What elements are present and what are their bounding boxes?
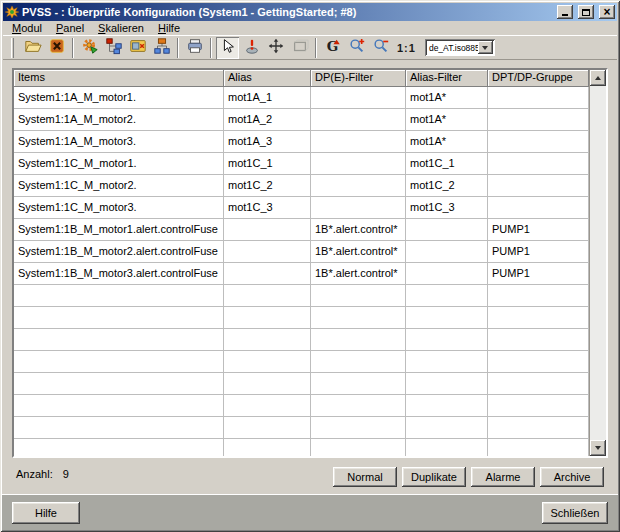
table-cell[interactable]: 1B*.alert.control*: [311, 241, 406, 263]
picture-module-button[interactable]: [126, 37, 149, 59]
table-cell[interactable]: [311, 87, 406, 109]
table-cell[interactable]: System1:1B_M_motor2.alert.controlFuse: [14, 241, 224, 263]
column-header-dpt-dp-gruppe[interactable]: DPT/DP-Gruppe: [488, 70, 589, 87]
table-row[interactable]: System1:1C_M_motor2.mot1C_2mot1C_2: [14, 175, 589, 197]
alarme-button[interactable]: Alarme: [471, 467, 535, 487]
table-cell[interactable]: mot1C_2: [224, 175, 311, 197]
column-header-items[interactable]: Items: [14, 70, 224, 87]
table-cell[interactable]: 1B*.alert.control*: [311, 219, 406, 241]
table-cell[interactable]: System1:1B_M_motor1.alert.controlFuse: [14, 219, 224, 241]
table-cell[interactable]: mot1A_3: [224, 131, 311, 153]
table-cell[interactable]: mot1A*: [406, 87, 488, 109]
table-cell: [488, 329, 589, 351]
rectangle-select-button[interactable]: [288, 37, 311, 59]
table-row[interactable]: System1:1A_M_motor2.mot1A_2mot1A*: [14, 109, 589, 131]
table-cell[interactable]: mot1A_1: [224, 87, 311, 109]
toolbar-separator: [177, 38, 179, 58]
table-cell[interactable]: [488, 153, 589, 175]
table-row[interactable]: System1:1B_M_motor3.alert.controlFuse1B*…: [14, 263, 589, 285]
table-cell[interactable]: System1:1C_M_motor3.: [14, 197, 224, 219]
table-cell[interactable]: [488, 175, 589, 197]
table-cell[interactable]: mot1A_2: [224, 109, 311, 131]
zoom-grid-button[interactable]: G: [321, 37, 344, 59]
table-cell[interactable]: [311, 131, 406, 153]
table-cell[interactable]: mot1C_3: [224, 197, 311, 219]
column-header-alias-filter[interactable]: Alias-Filter: [406, 70, 488, 87]
zoom-in-button[interactable]: [345, 37, 368, 59]
table-cell[interactable]: mot1C_1: [224, 153, 311, 175]
table-cell[interactable]: [311, 109, 406, 131]
table-cell: [14, 351, 224, 373]
menu-item-modul[interactable]: Modul: [6, 21, 48, 35]
toolbar-grip[interactable]: [11, 38, 14, 58]
table-vertical-scrollbar[interactable]: [589, 70, 606, 456]
menu-item-hilfe[interactable]: Hilfe: [152, 21, 186, 35]
close-module-button[interactable]: [45, 37, 68, 59]
combobox-dropdown-button[interactable]: [478, 41, 493, 54]
table-cell[interactable]: [311, 175, 406, 197]
table-cell[interactable]: PUMP1: [488, 263, 589, 285]
scrollbar-up-button[interactable]: [590, 70, 606, 86]
table-row[interactable]: System1:1C_M_motor1.mot1C_1mot1C_1: [14, 153, 589, 175]
language-combobox[interactable]: de_AT.iso88591: [425, 39, 495, 56]
close-panel-button[interactable]: Schließen: [542, 502, 608, 524]
table-cell[interactable]: [488, 131, 589, 153]
table-cell[interactable]: [406, 263, 488, 285]
table-cell[interactable]: [224, 241, 311, 263]
table-cell: [14, 417, 224, 439]
table-cell[interactable]: mot1C_2: [406, 175, 488, 197]
table-cell[interactable]: [311, 197, 406, 219]
archive-button[interactable]: Archive: [540, 467, 604, 487]
scrollbar-down-button[interactable]: [590, 440, 606, 456]
help-button[interactable]: Hilfe: [12, 502, 80, 524]
table-cell[interactable]: System1:1C_M_motor2.: [14, 175, 224, 197]
table-cell[interactable]: System1:1A_M_motor2.: [14, 109, 224, 131]
zoom-ratio-label: 1:1: [393, 42, 420, 54]
table-row[interactable]: System1:1A_M_motor1.mot1A_1mot1A*: [14, 87, 589, 109]
open-panel-button[interactable]: [21, 37, 44, 59]
vision-tree-button[interactable]: [102, 37, 125, 59]
move-tool-button[interactable]: [264, 37, 287, 59]
table-cell[interactable]: [224, 263, 311, 285]
normal-button[interactable]: Normal: [333, 467, 397, 487]
alert-tool-button[interactable]: [240, 37, 263, 59]
menu-item-panel[interactable]: Panel: [50, 21, 90, 35]
table-cell[interactable]: [488, 87, 589, 109]
table-cell[interactable]: System1:1A_M_motor1.: [14, 87, 224, 109]
minimize-button[interactable]: [557, 5, 573, 19]
table-cell[interactable]: [406, 241, 488, 263]
print-button[interactable]: [183, 37, 206, 59]
table-row[interactable]: System1:1B_M_motor1.alert.controlFuse1B*…: [14, 219, 589, 241]
table-cell[interactable]: PUMP1: [488, 219, 589, 241]
table-cell[interactable]: System1:1A_M_motor3.: [14, 131, 224, 153]
module-button[interactable]: [78, 37, 101, 59]
table-row[interactable]: System1:1A_M_motor3.mot1A_3mot1A*: [14, 131, 589, 153]
table-cell[interactable]: PUMP1: [488, 241, 589, 263]
scrollbar-track[interactable]: [590, 86, 606, 440]
table-cell[interactable]: [488, 109, 589, 131]
table-cell[interactable]: [406, 219, 488, 241]
table-cell[interactable]: System1:1B_M_motor3.alert.controlFuse: [14, 263, 224, 285]
maximize-button[interactable]: [578, 5, 594, 19]
select-tool-button[interactable]: [216, 37, 239, 59]
table-row[interactable]: System1:1B_M_motor2.alert.controlFuse1B*…: [14, 241, 589, 263]
table-cell[interactable]: [488, 197, 589, 219]
table-cell[interactable]: mot1A*: [406, 131, 488, 153]
close-button[interactable]: ×: [599, 5, 615, 19]
zoom-out-button[interactable]: [369, 37, 392, 59]
table-cell[interactable]: [224, 219, 311, 241]
table-cell[interactable]: mot1A*: [406, 109, 488, 131]
column-header-alias[interactable]: Alias: [224, 70, 311, 87]
table-row[interactable]: System1:1C_M_motor3.mot1C_3mot1C_3: [14, 197, 589, 219]
table-cell[interactable]: 1B*.alert.control*: [311, 263, 406, 285]
para-tree-button[interactable]: [150, 37, 173, 59]
menu-item-skalieren[interactable]: Skalieren: [92, 21, 150, 35]
duplikate-button[interactable]: Duplikate: [402, 467, 466, 487]
table-cell[interactable]: System1:1C_M_motor1.: [14, 153, 224, 175]
table-cell: [14, 395, 224, 417]
table-cell[interactable]: [311, 153, 406, 175]
column-header-dp-e-filter[interactable]: DP(E)-Filter: [311, 70, 406, 87]
table-cell: [224, 329, 311, 351]
table-cell[interactable]: mot1C_3: [406, 197, 488, 219]
table-cell[interactable]: mot1C_1: [406, 153, 488, 175]
